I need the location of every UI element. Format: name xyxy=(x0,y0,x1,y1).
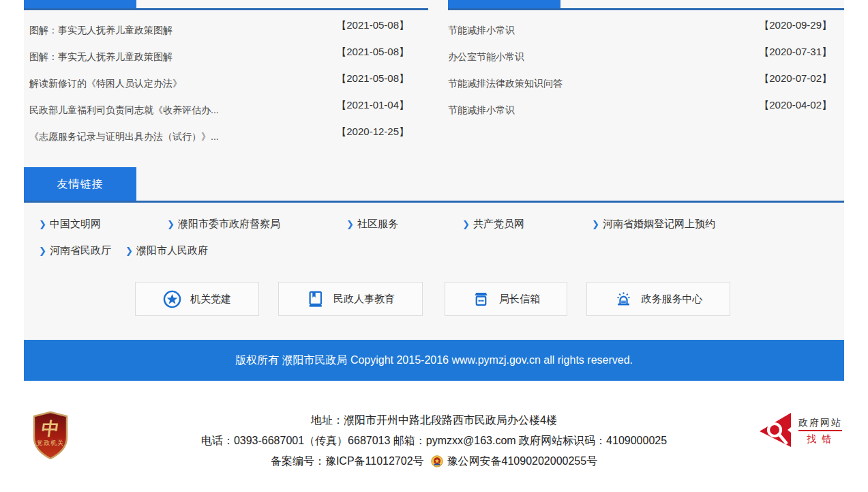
gov-shield-emblem-glyph: 中 xyxy=(31,417,70,441)
news-item-title[interactable]: 办公室节能小常识 xyxy=(448,51,524,63)
friendly-link-label[interactable]: 中国文明网 xyxy=(50,218,101,231)
news-row[interactable]: 办公室节能小常识 【2020-07-31】 xyxy=(448,44,844,70)
friendly-link[interactable]: ❯濮阳市委市政府督察局 xyxy=(167,218,346,231)
beian-label: 备案编号： xyxy=(271,455,325,467)
news-row[interactable]: 图解：事实无人抚养儿童政策图解 【2021-05-08】 xyxy=(24,44,428,70)
news-item-title[interactable]: 节能减排法律政策知识问答 xyxy=(448,78,563,90)
siren-icon xyxy=(614,290,633,308)
news-row[interactable]: 民政部儿童福利司负责同志就《收养评估办... 【2021-01-04】 xyxy=(24,97,428,124)
news-columns: 图解：事实无人抚养儿童政策图解 【2021-05-08】 图解：事实无人抚养儿童… xyxy=(24,0,844,150)
news-item-date: 【2020-12-25】 xyxy=(336,126,409,139)
gov-agency-badge[interactable]: 中 党政机关 xyxy=(33,411,68,459)
friendly-link[interactable]: ❯濮阳市人民政府 xyxy=(125,244,208,257)
copyright-bar: 版权所有 濮阳市民政局 Copyight 2015-2016 www.pymzj… xyxy=(24,340,844,381)
friendly-link-label[interactable]: 濮阳市委市政府督察局 xyxy=(178,218,280,231)
friendly-link[interactable]: ❯河南省婚姻登记网上预约 xyxy=(592,218,715,231)
party-building-button[interactable]: 机关党建 xyxy=(135,282,259,316)
news-column-energy-header xyxy=(448,0,844,10)
chevron-right-icon: ❯ xyxy=(39,246,46,256)
friendly-link-label[interactable]: 共产党员网 xyxy=(473,218,524,231)
chevron-right-icon: ❯ xyxy=(167,219,175,229)
chevron-right-icon: ❯ xyxy=(462,219,470,229)
news-row[interactable]: 图解：事实无人抚养儿童政策图解 【2021-05-08】 xyxy=(24,17,428,44)
quick-button-label: 民政人事教育 xyxy=(333,293,395,306)
news-item-date: 【2021-05-08】 xyxy=(336,46,409,59)
error-report-divider xyxy=(798,430,842,431)
mailbox-icon xyxy=(472,290,490,308)
news-item-date: 【2021-01-04】 xyxy=(336,99,409,112)
friendly-links-tab[interactable]: 友情链接 xyxy=(24,167,136,201)
friendly-link[interactable]: ❯中国文明网 xyxy=(39,218,167,231)
friendly-links-header: 友情链接 xyxy=(24,167,844,203)
gov-service-center-button[interactable]: 政务服务中心 xyxy=(586,282,730,316)
news-item-date: 【2020-07-31】 xyxy=(759,46,832,59)
star-circle-icon xyxy=(163,290,181,308)
news-column-policy: 图解：事实无人抚养儿童政策图解 【2021-05-08】 图解：事实无人抚养儿童… xyxy=(24,0,428,150)
news-item-title[interactable]: 节能减排小常识 xyxy=(448,104,515,117)
error-report-line1: 政府网站 xyxy=(798,416,842,429)
friendly-link-label[interactable]: 河南省婚姻登记网上预约 xyxy=(603,218,715,231)
footer-beian-line: 备案编号：豫ICP备11012702号 豫公网安备41090202000255号 xyxy=(0,451,868,474)
news-column-policy-header xyxy=(24,0,428,10)
friendly-link-label[interactable]: 社区服务 xyxy=(357,218,398,231)
quick-button-label: 机关党建 xyxy=(190,293,231,306)
director-mailbox-button[interactable]: 局长信箱 xyxy=(445,282,567,316)
friendly-links-row: ❯中国文明网 ❯濮阳市委市政府督察局 ❯社区服务 ❯共产党员网 ❯河南省婚姻登记… xyxy=(24,211,844,237)
quick-button-label: 政务服务中心 xyxy=(642,293,703,306)
news-row[interactable]: 节能减排小常识 【2020-09-29】 xyxy=(448,17,844,44)
error-report-text: 政府网站 找错 xyxy=(798,416,842,444)
footer-address-line: 地址：濮阳市开州中路北段路西市民政局办公楼4楼 xyxy=(0,410,868,431)
news-item-title[interactable]: 图解：事实无人抚养儿童政策图解 xyxy=(29,51,173,63)
news-item-date: 【2020-07-02】 xyxy=(759,72,832,85)
policy-tab-partial[interactable] xyxy=(24,0,136,8)
police-beian-link[interactable]: 豫公网安备41090202000255号 xyxy=(447,455,598,467)
icp-beian-link[interactable]: 豫ICP备11012702号 xyxy=(325,455,424,467)
energy-news-list: 节能减排小常识 【2020-09-29】 办公室节能小常识 【2020-07-3… xyxy=(448,17,844,124)
friendly-link-label[interactable]: 河南省民政厅 xyxy=(50,244,111,257)
news-item-title[interactable]: 解读新修订的《特困人员认定办法》 xyxy=(29,78,182,90)
friendly-link-label[interactable]: 濮阳市人民政府 xyxy=(136,244,208,257)
quick-buttons-row: 机关党建 民政人事教育 局长信箱 xyxy=(24,282,844,316)
footer-contact-line: 电话：0393-6687001（传真）6687013 邮箱：pymzxx@163… xyxy=(0,431,868,451)
friendly-link[interactable]: ❯河南省民政厅 xyxy=(39,244,125,257)
page-content: 图解：事实无人抚养儿童政策图解 【2021-05-08】 图解：事实无人抚养儿童… xyxy=(24,0,844,381)
copyright-text: 版权所有 濮阳市民政局 Copyight 2015-2016 www.pymzj… xyxy=(235,354,633,366)
news-item-date: 【2021-05-08】 xyxy=(336,19,409,32)
news-row[interactable]: 节能减排小常识 【2020-04-02】 xyxy=(448,97,844,124)
gov-site-error-report-badge[interactable]: 政府网站 找错 xyxy=(759,411,842,449)
news-row[interactable]: 节能减排法律政策知识问答 【2020-07-02】 xyxy=(448,70,844,97)
friendly-links-rows: ❯中国文明网 ❯濮阳市委市政府督察局 ❯社区服务 ❯共产党员网 ❯河南省婚姻登记… xyxy=(24,203,844,264)
news-item-title[interactable]: 图解：事实无人抚养儿童政策图解 xyxy=(29,25,173,37)
quick-button-label: 局长信箱 xyxy=(499,293,540,306)
chevron-right-icon: ❯ xyxy=(125,246,133,256)
news-item-title[interactable]: 节能减排小常识 xyxy=(448,25,515,37)
news-row[interactable]: 解读新修订的《特困人员认定办法》 【2021-05-08】 xyxy=(24,70,428,97)
book-icon xyxy=(306,290,325,308)
friendly-link[interactable]: ❯社区服务 xyxy=(346,218,462,231)
error-report-line2: 找错 xyxy=(798,433,842,444)
news-item-date: 【2020-09-29】 xyxy=(759,19,832,32)
news-item-date: 【2021-05-08】 xyxy=(336,72,409,85)
chevron-right-icon: ❯ xyxy=(39,219,46,229)
energy-tab-partial[interactable] xyxy=(448,0,560,8)
friendly-links-row: ❯河南省民政厅 ❯濮阳市人民政府 xyxy=(24,237,844,264)
news-row[interactable]: 《志愿服务记录与证明出具办法（试行）》... 【2020-12-25】 xyxy=(24,124,428,150)
chevron-right-icon: ❯ xyxy=(592,219,599,229)
friendly-link[interactable]: ❯共产党员网 xyxy=(462,218,592,231)
policy-news-list: 图解：事实无人抚养儿童政策图解 【2021-05-08】 图解：事实无人抚养儿童… xyxy=(24,17,428,150)
news-item-title[interactable]: 《志愿服务记录与证明出具办法（试行）》... xyxy=(29,131,219,143)
magnifier-flag-icon xyxy=(759,411,793,449)
chevron-right-icon: ❯ xyxy=(346,219,354,229)
footer-info-section: 中 党政机关 地址：濮阳市开州中路北段路西市民政局办公楼4楼 电话：0393-6… xyxy=(0,381,868,492)
police-badge-icon xyxy=(431,454,443,474)
personnel-education-button[interactable]: 民政人事教育 xyxy=(278,282,423,316)
news-item-date: 【2020-04-02】 xyxy=(759,99,832,112)
gov-shield-label: 党政机关 xyxy=(33,439,68,448)
news-item-title[interactable]: 民政部儿童福利司负责同志就《收养评估办... xyxy=(29,104,219,117)
news-column-energy: 节能减排小常识 【2020-09-29】 办公室节能小常识 【2020-07-3… xyxy=(448,0,844,150)
friendly-links-section: 友情链接 ❯中国文明网 ❯濮阳市委市政府督察局 ❯社区服务 ❯共产党员网 ❯河南… xyxy=(24,167,844,264)
